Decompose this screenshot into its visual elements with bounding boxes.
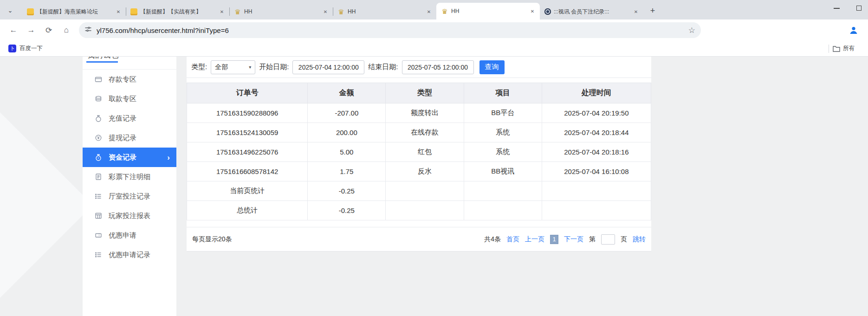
forward-button[interactable]: →	[24, 23, 38, 37]
sidebar-item-label: 优惠申请记录	[109, 251, 150, 259]
sidebar-header: 我的钱包	[83, 57, 176, 70]
browser-window: ⌄ 【新提醒】海燕策略论坛 ✕ 【新提醒】【实战有奖】 ✕ ♛ HH ✕ ♛ H…	[0, 0, 868, 316]
end-date-input[interactable]	[402, 60, 474, 74]
browser-tab[interactable]: ♛ HH ✕	[229, 4, 333, 19]
address-bar[interactable]: yl756.com/hhcp/usercenter.html?iniType=6…	[79, 22, 701, 38]
folder-icon	[833, 45, 840, 52]
cell-project: BB视讯	[464, 162, 542, 181]
sidebar-item-label: 资金记录	[109, 153, 136, 162]
sidebar-item-player-bet-report[interactable]: 玩家投注报表	[83, 206, 176, 226]
cell-empty	[386, 181, 464, 201]
sidebar-item-promo-apply-records[interactable]: 优惠申请记录	[83, 245, 176, 264]
cell-amount: -207.00	[308, 103, 386, 123]
browser-tab[interactable]: 【新提醒】【实战有奖】 ✕	[126, 4, 229, 19]
search-button[interactable]: 查询	[479, 60, 505, 74]
money-bag-icon	[95, 115, 102, 122]
next-page-link[interactable]: 下一页	[564, 235, 583, 244]
bookmark-baidu[interactable]: 卜 百度一下	[5, 43, 46, 54]
minimize-button[interactable]	[834, 8, 840, 9]
tab-close-icon[interactable]: ✕	[322, 8, 329, 15]
site-info-icon[interactable]	[84, 26, 92, 35]
tab-title: HH	[348, 8, 422, 15]
home-button[interactable]: ⌂	[59, 23, 73, 37]
bookmark-star-icon[interactable]: ☆	[688, 26, 695, 35]
tab-title: 【新提醒】海燕策略论坛	[37, 8, 112, 16]
total-count-text: 共4条	[484, 235, 501, 244]
document-icon	[95, 173, 102, 181]
sidebar-item-hall-bet-records[interactable]: 厅室投注记录	[83, 187, 176, 206]
profile-avatar[interactable]	[847, 23, 861, 37]
start-date-label: 开始日期:	[259, 63, 289, 71]
start-date-input[interactable]	[292, 60, 364, 74]
back-button[interactable]: ←	[6, 23, 20, 37]
tab-close-icon[interactable]: ✕	[218, 8, 226, 15]
cell-project: BB平台	[464, 103, 542, 123]
bookmarks-bar: 卜 百度一下 所有	[0, 41, 868, 57]
prev-page-link[interactable]: 上一页	[525, 235, 544, 244]
tab-close-icon[interactable]: ✕	[425, 8, 433, 15]
sidebar-item-deposit-zone[interactable]: 存款专区	[83, 70, 176, 89]
forum-favicon	[27, 8, 34, 15]
browser-tab[interactable]: :::视讯 会员下注纪录::: ✕	[540, 4, 643, 19]
cell-amount: 200.00	[308, 123, 386, 142]
sidebar-header-label: 我的钱包	[87, 57, 119, 60]
palm-favicon: ♛	[337, 8, 345, 15]
yuan-coin-icon	[95, 134, 102, 142]
tab-close-icon[interactable]: ✕	[529, 7, 536, 15]
cell-empty	[464, 181, 542, 201]
palm-favicon: ♛	[234, 8, 241, 15]
palm-favicon: ♛	[441, 7, 448, 15]
browser-tab[interactable]: 【新提醒】海燕策略论坛 ✕	[22, 4, 126, 19]
jump-label-pre: 第	[589, 235, 596, 244]
cell-order-no: 1751631496225076	[187, 142, 308, 162]
funds-records-panel: 类型: 全部 ▾ 开始日期: 结束日期: 查询 订单号 金额	[187, 57, 651, 252]
browser-tab[interactable]: ♛ HH ✕	[333, 4, 436, 19]
new-tab-button[interactable]: +	[646, 4, 659, 17]
cell-time: 2025-07-04 20:18:44	[542, 123, 651, 142]
page-content: 我的钱包 存款专区 取款专区 充值记录 提现记录 资金记录	[0, 57, 868, 316]
browser-tab-active[interactable]: ♛ HH ✕	[436, 3, 540, 19]
sidebar-item-funds-records[interactable]: 资金记录 ›	[83, 148, 176, 167]
globe-favicon	[544, 8, 551, 15]
funds-records-table: 订单号 金额 类型 项目 处理时间 1751631590288096 -207.…	[187, 83, 651, 220]
tab-title: HH	[451, 8, 526, 14]
cell-type: 在线存款	[386, 123, 464, 142]
tab-close-icon[interactable]: ✕	[632, 8, 640, 15]
col-header-amount: 金额	[308, 83, 386, 103]
tab-strip: ⌄ 【新提醒】海燕策略论坛 ✕ 【新提醒】【实战有奖】 ✕ ♛ HH ✕ ♛ H…	[0, 0, 868, 19]
tab-close-icon[interactable]: ✕	[115, 8, 122, 15]
tab-title: :::视讯 会员下注纪录:::	[554, 8, 629, 16]
sidebar-item-withdraw-records[interactable]: 提现记录	[83, 128, 176, 148]
all-bookmarks-label: 所有	[843, 45, 855, 52]
col-header-time: 处理时间	[542, 83, 651, 103]
cell-empty	[386, 201, 464, 220]
maximize-button[interactable]	[856, 6, 862, 11]
sidebar-item-recharge-records[interactable]: 充值记录	[83, 109, 176, 128]
tab-search-button[interactable]: ⌄	[5, 5, 16, 16]
bookmarks-overflow: 所有	[829, 45, 863, 53]
table-row-page-stats: 当前页统计 -0.25	[187, 181, 651, 201]
cell-amount: -0.25	[308, 201, 386, 220]
page-size-text: 每页显示20条	[192, 235, 232, 244]
first-page-link[interactable]: 首页	[506, 235, 519, 244]
table-row: 1751631524130059 200.00 在线存款 系统 2025-07-…	[187, 123, 651, 142]
col-header-project: 项目	[464, 83, 542, 103]
type-select[interactable]: 全部 ▾	[211, 60, 255, 74]
cell-amount: 1.75	[308, 162, 386, 181]
jump-button[interactable]: 跳转	[633, 235, 646, 244]
url-text: yl756.com/hhcp/usercenter.html?iniType=6	[97, 26, 688, 34]
page-jump-input[interactable]	[601, 234, 615, 245]
reload-button[interactable]: ⟳	[42, 23, 56, 37]
sidebar-item-label: 玩家投注报表	[109, 212, 150, 220]
coins-icon	[95, 95, 102, 103]
cell-time: 2025-07-04 20:18:16	[542, 142, 651, 162]
card-icon	[95, 76, 102, 83]
sidebar-item-lottery-bet-details[interactable]: 彩票下注明细	[83, 167, 176, 187]
baidu-favicon: 卜	[8, 45, 16, 52]
cell-order-no: 1751616608578142	[187, 162, 308, 181]
sidebar-item-withdraw-zone[interactable]: 取款专区	[83, 89, 176, 109]
all-bookmarks-button[interactable]: 所有	[833, 45, 863, 52]
table-header-row: 订单号 金额 类型 项目 处理时间	[187, 83, 651, 103]
sidebar-item-promo-apply[interactable]: 优惠申请	[83, 226, 176, 245]
bookmark-label: 百度一下	[19, 45, 43, 52]
